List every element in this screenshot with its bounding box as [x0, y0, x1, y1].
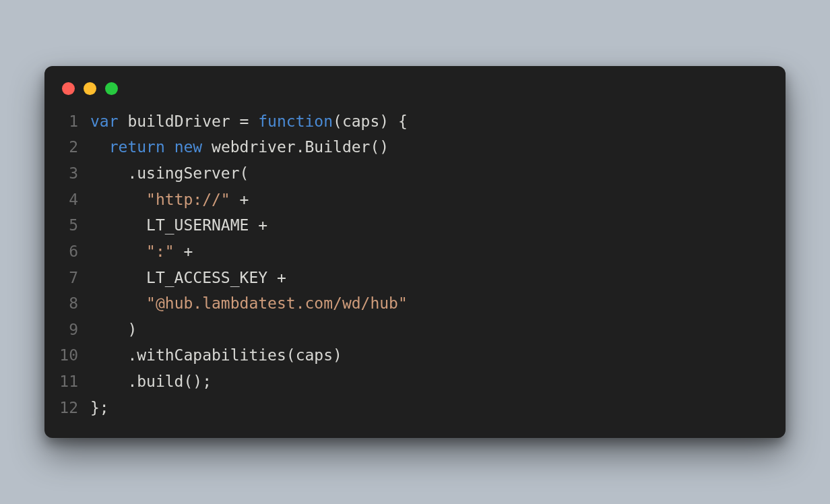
- token-def: [90, 243, 146, 260]
- line-content: ":" +: [90, 239, 193, 265]
- line-content: "http://" +: [90, 187, 249, 213]
- token-def: (caps) {: [333, 113, 408, 130]
- line-content: ): [90, 317, 137, 343]
- code-line: 12};: [59, 395, 771, 421]
- window-titlebar: [44, 66, 786, 102]
- traffic-light-zoom-icon[interactable]: [105, 82, 118, 95]
- line-number: 12: [59, 395, 90, 421]
- token-def: .withCapabilities(caps): [90, 346, 342, 364]
- code-line: 5 LT_USERNAME +: [59, 212, 771, 239]
- traffic-light-close-icon[interactable]: [62, 82, 75, 95]
- line-number: 3: [59, 160, 90, 187]
- code-line: 4 "http://" +: [59, 187, 771, 213]
- token-str: "@hub.lambdatest.com/wd/hub": [146, 294, 408, 312]
- token-def: };: [90, 399, 109, 416]
- token-def: buildDriver =: [127, 113, 258, 130]
- line-content: "@hub.lambdatest.com/wd/hub": [90, 290, 408, 317]
- token-def: .build();: [90, 373, 212, 390]
- token-def: [90, 294, 146, 312]
- token-kw: var: [90, 113, 127, 130]
- line-content: return new webdriver.Builder(): [90, 134, 389, 160]
- token-def: +: [174, 243, 193, 260]
- token-def: webdriver.Builder(): [202, 138, 389, 156]
- line-content: var buildDriver = function(caps) {: [90, 108, 408, 135]
- token-def: LT_USERNAME +: [90, 216, 267, 234]
- token-kw: function: [258, 113, 333, 130]
- traffic-light-minimize-icon[interactable]: [84, 82, 96, 95]
- line-number: 5: [59, 212, 90, 239]
- token-def: .usingServer(: [90, 164, 249, 182]
- line-number: 6: [59, 239, 90, 265]
- line-number: 10: [59, 342, 90, 369]
- line-content: .withCapabilities(caps): [90, 342, 342, 369]
- token-str: ":": [146, 243, 174, 260]
- line-content: .usingServer(: [90, 160, 249, 187]
- line-content: };: [90, 395, 109, 421]
- code-line: 9 ): [59, 317, 771, 343]
- token-def: [90, 191, 146, 208]
- line-content: LT_USERNAME +: [90, 212, 267, 239]
- code-window: 1var buildDriver = function(caps) {2 ret…: [44, 66, 786, 439]
- code-line: 8 "@hub.lambdatest.com/wd/hub": [59, 290, 771, 317]
- line-number: 4: [59, 187, 90, 213]
- token-kw: return new: [109, 138, 202, 156]
- line-number: 11: [59, 369, 90, 395]
- token-str: "http://": [146, 191, 230, 208]
- line-content: .build();: [90, 369, 212, 395]
- code-line: 11 .build();: [59, 369, 771, 395]
- token-def: ): [90, 321, 137, 338]
- code-line: 6 ":" +: [59, 239, 771, 265]
- code-line: 7 LT_ACCESS_KEY +: [59, 265, 771, 291]
- line-number: 8: [59, 290, 90, 317]
- token-def: +: [230, 191, 249, 208]
- line-number: 9: [59, 317, 90, 343]
- code-block: 1var buildDriver = function(caps) {2 ret…: [44, 102, 786, 425]
- line-number: 2: [59, 134, 90, 160]
- code-line: 3 .usingServer(: [59, 160, 771, 187]
- line-number: 1: [59, 108, 90, 135]
- token-def: [90, 138, 109, 156]
- code-line: 1var buildDriver = function(caps) {: [59, 108, 771, 135]
- code-line: 2 return new webdriver.Builder(): [59, 134, 771, 160]
- line-number: 7: [59, 265, 90, 291]
- line-content: LT_ACCESS_KEY +: [90, 265, 286, 291]
- token-def: LT_ACCESS_KEY +: [90, 269, 286, 286]
- code-line: 10 .withCapabilities(caps): [59, 342, 771, 369]
